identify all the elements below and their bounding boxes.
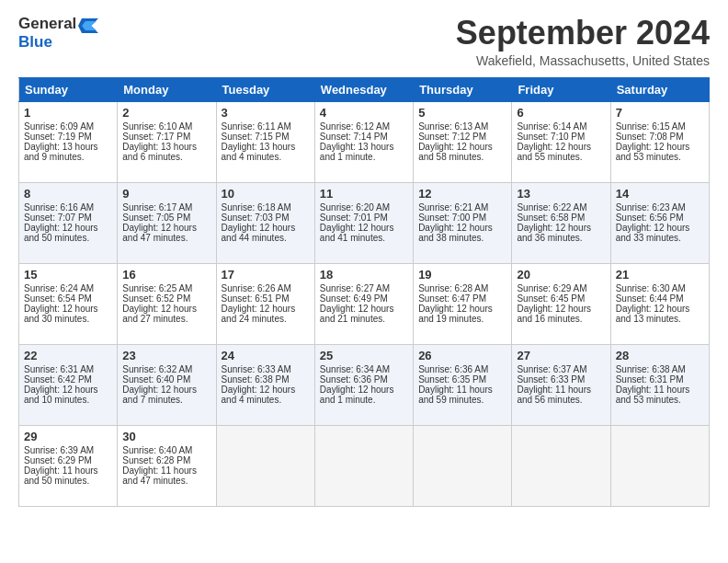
- day-info: Sunrise: 6:09 AM: [24, 121, 112, 132]
- day-info: and 21 minutes.: [320, 314, 408, 324]
- day-info: and 10 minutes.: [24, 395, 112, 405]
- calendar-cell: 29Sunrise: 6:39 AMSunset: 6:29 PMDayligh…: [19, 425, 118, 506]
- day-info: Sunrise: 6:20 AM: [320, 202, 408, 213]
- day-info: Sunrise: 6:16 AM: [24, 202, 112, 213]
- day-info: Sunrise: 6:27 AM: [320, 283, 408, 293]
- day-number: 23: [122, 349, 210, 362]
- day-info: Sunrise: 6:32 AM: [122, 364, 210, 374]
- col-header-sunday: Sunday: [19, 77, 118, 101]
- calendar-cell: 27Sunrise: 6:37 AMSunset: 6:33 PMDayligh…: [512, 344, 610, 425]
- day-info: Sunrise: 6:25 AM: [122, 283, 210, 293]
- day-number: 24: [222, 349, 310, 362]
- day-info: Sunset: 7:01 PM: [320, 213, 408, 223]
- calendar-cell: 1Sunrise: 6:09 AMSunset: 7:19 PMDaylight…: [19, 101, 118, 182]
- day-number: 12: [418, 187, 506, 201]
- day-info: Sunrise: 6:33 AM: [222, 364, 310, 374]
- day-number: 4: [320, 106, 408, 120]
- calendar-cell: 24Sunrise: 6:33 AMSunset: 6:38 PMDayligh…: [216, 344, 314, 425]
- day-number: 20: [517, 268, 605, 282]
- day-info: Sunrise: 6:37 AM: [517, 364, 605, 374]
- day-info: Sunset: 6:52 PM: [122, 293, 210, 304]
- calendar-cell: 5Sunrise: 6:13 AMSunset: 7:12 PMDaylight…: [414, 101, 512, 182]
- day-info: Sunset: 7:14 PM: [320, 132, 408, 142]
- day-info: and 6 minutes.: [122, 152, 210, 162]
- day-info: Sunset: 7:10 PM: [517, 132, 605, 142]
- day-info: Sunrise: 6:13 AM: [418, 121, 506, 132]
- day-info: Daylight: 12 hours: [122, 304, 210, 314]
- day-info: Daylight: 12 hours: [320, 223, 408, 233]
- day-info: Sunset: 6:47 PM: [418, 293, 506, 304]
- calendar-cell: 21Sunrise: 6:30 AMSunset: 6:44 PMDayligh…: [610, 263, 709, 344]
- calendar-cell: 14Sunrise: 6:23 AMSunset: 6:56 PMDayligh…: [610, 182, 709, 263]
- day-info: Sunset: 6:40 PM: [122, 374, 210, 385]
- day-info: and 30 minutes.: [24, 314, 112, 324]
- day-info: and 56 minutes.: [517, 395, 605, 405]
- day-number: 2: [122, 106, 210, 120]
- day-info: Sunrise: 6:39 AM: [24, 445, 112, 455]
- day-number: 5: [418, 106, 506, 120]
- day-info: and 50 minutes.: [24, 233, 112, 243]
- calendar-cell: 16Sunrise: 6:25 AMSunset: 6:52 PMDayligh…: [118, 263, 216, 344]
- day-info: Sunset: 7:17 PM: [122, 132, 210, 142]
- day-info: Sunrise: 6:28 AM: [418, 283, 506, 293]
- day-info: and 9 minutes.: [24, 152, 112, 162]
- calendar-cell: [216, 425, 314, 506]
- day-info: Sunrise: 6:14 AM: [517, 121, 605, 132]
- day-number: 17: [222, 268, 310, 282]
- calendar-cell: 13Sunrise: 6:22 AMSunset: 6:58 PMDayligh…: [512, 182, 610, 263]
- calendar-cell: 15Sunrise: 6:24 AMSunset: 6:54 PMDayligh…: [19, 263, 118, 344]
- col-header-wednesday: Wednesday: [314, 77, 413, 101]
- day-info: Daylight: 11 hours: [616, 385, 704, 395]
- day-info: Sunset: 7:08 PM: [616, 132, 704, 142]
- day-info: Sunrise: 6:34 AM: [320, 364, 408, 374]
- calendar-cell: 9Sunrise: 6:17 AMSunset: 7:05 PMDaylight…: [118, 182, 216, 263]
- day-info: Sunset: 6:28 PM: [122, 455, 210, 465]
- col-header-tuesday: Tuesday: [216, 77, 314, 101]
- day-info: Sunrise: 6:24 AM: [24, 283, 112, 293]
- day-info: and 16 minutes.: [517, 314, 605, 324]
- day-info: and 44 minutes.: [222, 233, 310, 243]
- calendar-table: SundayMondayTuesdayWednesdayThursdayFrid…: [18, 77, 710, 507]
- day-info: Sunset: 6:31 PM: [616, 374, 704, 385]
- day-info: Sunrise: 6:10 AM: [122, 121, 210, 132]
- day-info: and 53 minutes.: [616, 395, 704, 405]
- day-info: and 33 minutes.: [616, 233, 704, 243]
- day-number: 26: [418, 349, 506, 362]
- day-info: Daylight: 12 hours: [222, 385, 310, 395]
- day-info: and 38 minutes.: [418, 233, 506, 243]
- day-info: Daylight: 12 hours: [418, 223, 506, 233]
- calendar-cell: 18Sunrise: 6:27 AMSunset: 6:49 PMDayligh…: [314, 263, 413, 344]
- col-header-saturday: Saturday: [610, 77, 709, 101]
- calendar-cell: 19Sunrise: 6:28 AMSunset: 6:47 PMDayligh…: [414, 263, 512, 344]
- day-info: Sunrise: 6:17 AM: [122, 202, 210, 213]
- day-info: Daylight: 12 hours: [222, 223, 310, 233]
- calendar-cell: 8Sunrise: 6:16 AMSunset: 7:07 PMDaylight…: [19, 182, 118, 263]
- day-info: Sunset: 6:35 PM: [418, 374, 506, 385]
- day-info: Sunset: 6:33 PM: [517, 374, 605, 385]
- calendar-cell: 7Sunrise: 6:15 AMSunset: 7:08 PMDaylight…: [610, 101, 709, 182]
- day-info: Sunset: 6:38 PM: [222, 374, 310, 385]
- day-number: 7: [616, 106, 704, 120]
- day-info: Daylight: 11 hours: [517, 385, 605, 395]
- day-info: and 36 minutes.: [517, 233, 605, 243]
- day-info: Sunset: 6:36 PM: [320, 374, 408, 385]
- day-info: Sunset: 7:05 PM: [122, 213, 210, 223]
- month-title: September 2024: [456, 15, 710, 52]
- calendar-cell: [512, 425, 610, 506]
- day-info: Sunrise: 6:21 AM: [418, 202, 506, 213]
- day-info: Sunset: 7:03 PM: [222, 213, 310, 223]
- day-info: Daylight: 12 hours: [616, 142, 704, 152]
- day-number: 3: [222, 106, 310, 120]
- calendar-cell: 3Sunrise: 6:11 AMSunset: 7:15 PMDaylight…: [216, 101, 314, 182]
- day-info: Sunset: 6:42 PM: [24, 374, 112, 385]
- day-info: Daylight: 12 hours: [122, 223, 210, 233]
- day-info: and 58 minutes.: [418, 152, 506, 162]
- day-info: and 27 minutes.: [122, 314, 210, 324]
- day-info: Sunset: 6:29 PM: [24, 455, 112, 465]
- day-info: Daylight: 12 hours: [320, 304, 408, 314]
- day-number: 14: [616, 187, 704, 201]
- calendar-cell: 4Sunrise: 6:12 AMSunset: 7:14 PMDaylight…: [314, 101, 413, 182]
- day-info: and 47 minutes.: [122, 233, 210, 243]
- day-info: Daylight: 13 hours: [222, 142, 310, 152]
- day-info: Daylight: 11 hours: [122, 465, 210, 476]
